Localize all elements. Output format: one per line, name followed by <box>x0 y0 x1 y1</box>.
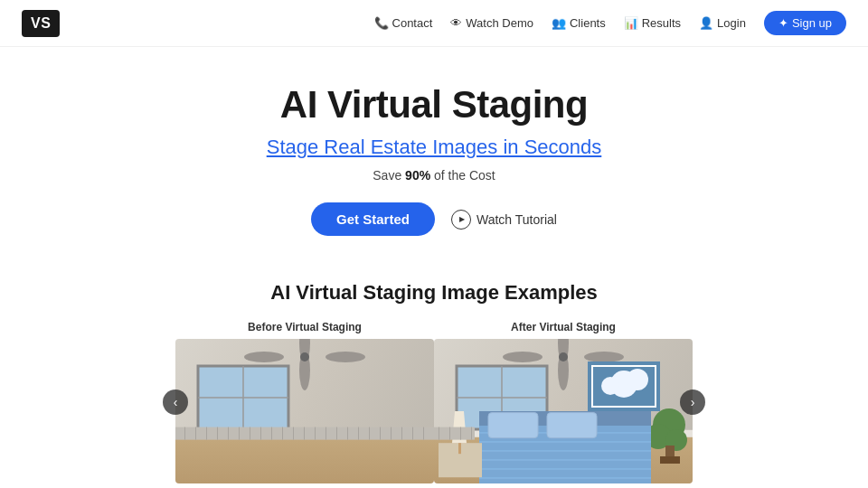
hero-title: AI Virtual Staging <box>18 83 850 127</box>
phone-icon: 📞 <box>374 16 389 30</box>
watch-tutorial-button[interactable]: ▶ Watch Tutorial <box>451 210 557 230</box>
before-image <box>175 339 434 483</box>
examples-section: AI Virtual Staging Image Examples ‹ Befo… <box>0 281 868 488</box>
hero-section: AI Virtual Staging Stage Real Estate Ima… <box>0 47 868 281</box>
nav-contact[interactable]: 📞 Contact <box>374 16 433 30</box>
eye-icon: 👁 <box>450 16 462 30</box>
hero-percent: 90% <box>405 168 430 183</box>
carousel-wrapper: ‹ Before Virtual Staging After Virtual S… <box>18 321 850 483</box>
after-label: After Virtual Staging <box>511 321 616 333</box>
carousel-prev-button[interactable]: ‹ <box>163 389 188 415</box>
hero-subtitle: Stage Real Estate Images in Seconds <box>18 136 850 159</box>
signup-icon: ✦ <box>778 16 788 30</box>
after-image <box>434 339 693 483</box>
navbar: VS 📞 Contact 👁 Watch Demo 👥 Clients 📊 Re… <box>0 0 868 47</box>
images-container: Before Virtual Staging After Virtual Sta… <box>175 321 693 483</box>
signup-button[interactable]: ✦ Sign up <box>764 11 846 35</box>
carousel-next-button[interactable]: › <box>680 389 705 415</box>
before-column: Before Virtual Staging <box>175 321 434 483</box>
before-label: Before Virtual Staging <box>248 321 362 333</box>
nav-login[interactable]: 👤 Login <box>699 16 746 30</box>
nav-clients[interactable]: 👥 Clients <box>552 16 606 30</box>
after-column: After Virtual Staging <box>434 321 693 483</box>
nav-watch-demo[interactable]: 👁 Watch Demo <box>450 16 533 30</box>
hero-buttons: Get Started ▶ Watch Tutorial <box>18 202 850 236</box>
nav-links: 📞 Contact 👁 Watch Demo 👥 Clients 📊 Resul… <box>374 11 846 35</box>
play-icon: ▶ <box>451 210 471 230</box>
get-started-button[interactable]: Get Started <box>311 202 435 236</box>
examples-title: AI Virtual Staging Image Examples <box>18 281 850 305</box>
logo[interactable]: VS <box>22 10 60 37</box>
chart-icon: 📊 <box>624 16 638 30</box>
user-icon: 👤 <box>699 16 713 30</box>
clients-icon: 👥 <box>552 16 566 30</box>
hero-save-text: Save 90% of the Cost <box>18 168 850 183</box>
nav-results[interactable]: 📊 Results <box>624 16 681 30</box>
